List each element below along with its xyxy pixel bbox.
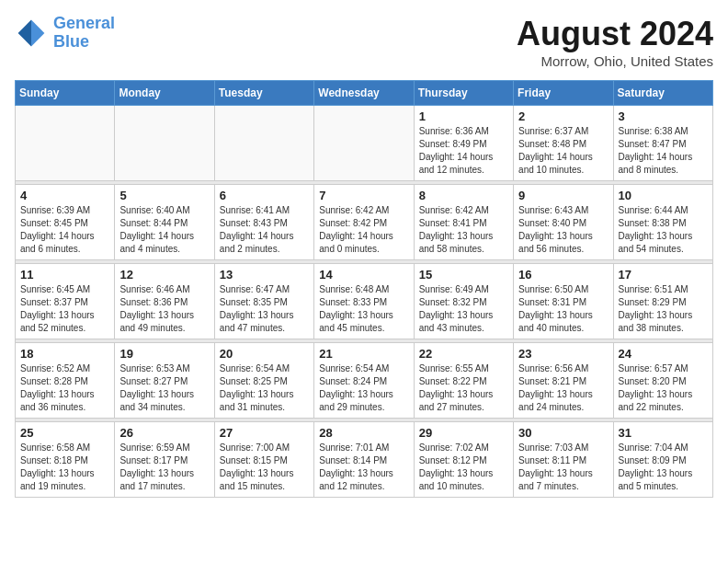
- day-number: 24: [619, 347, 708, 361]
- day-number: 10: [619, 189, 708, 202]
- day-number: 11: [20, 268, 109, 282]
- day-info: Sunrise: 6:47 AM Sunset: 8:35 PM Dayligh…: [220, 283, 309, 335]
- weekday-header: Saturday: [613, 81, 712, 106]
- calendar-cell: 16Sunrise: 6:50 AM Sunset: 8:31 PM Dayli…: [514, 264, 613, 339]
- day-number: 26: [119, 426, 209, 440]
- day-number: 20: [220, 347, 309, 361]
- day-number: 22: [419, 347, 508, 361]
- day-number: 6: [220, 189, 309, 202]
- day-info: Sunrise: 6:45 AM Sunset: 8:37 PM Dayligh…: [20, 283, 109, 335]
- day-info: Sunrise: 6:46 AM Sunset: 8:36 PM Dayligh…: [119, 283, 209, 335]
- weekday-header: Wednesday: [314, 81, 414, 106]
- calendar-cell: 22Sunrise: 6:55 AM Sunset: 8:22 PM Dayli…: [414, 343, 513, 419]
- calendar-week-row: 18Sunrise: 6:52 AM Sunset: 8:28 PM Dayli…: [16, 343, 713, 419]
- day-info: Sunrise: 6:36 AM Sunset: 8:49 PM Dayligh…: [419, 125, 508, 177]
- day-number: 2: [518, 109, 608, 123]
- day-number: 28: [319, 426, 408, 440]
- calendar-week-row: 1Sunrise: 6:36 AM Sunset: 8:49 PM Daylig…: [16, 106, 713, 181]
- day-number: 30: [518, 426, 608, 440]
- day-info: Sunrise: 6:53 AM Sunset: 8:27 PM Dayligh…: [119, 362, 209, 414]
- day-info: Sunrise: 6:37 AM Sunset: 8:48 PM Dayligh…: [518, 125, 608, 177]
- day-number: 1: [419, 109, 508, 123]
- calendar-cell: 19Sunrise: 6:53 AM Sunset: 8:27 PM Dayli…: [115, 343, 214, 419]
- day-number: 8: [419, 189, 508, 202]
- calendar-week-row: 25Sunrise: 6:58 AM Sunset: 8:18 PM Dayli…: [16, 422, 713, 498]
- day-number: 18: [20, 347, 109, 361]
- calendar-cell: 10Sunrise: 6:44 AM Sunset: 8:38 PM Dayli…: [613, 185, 712, 260]
- calendar-cell: 21Sunrise: 6:54 AM Sunset: 8:24 PM Dayli…: [314, 343, 414, 419]
- calendar-cell: 23Sunrise: 6:56 AM Sunset: 8:21 PM Dayli…: [514, 343, 613, 419]
- day-number: 16: [518, 268, 608, 282]
- day-info: Sunrise: 6:52 AM Sunset: 8:28 PM Dayligh…: [20, 362, 109, 414]
- calendar-cell: 15Sunrise: 6:49 AM Sunset: 8:32 PM Dayli…: [414, 264, 513, 339]
- calendar-cell: 20Sunrise: 6:54 AM Sunset: 8:25 PM Dayli…: [214, 343, 313, 419]
- day-info: Sunrise: 6:57 AM Sunset: 8:20 PM Dayligh…: [619, 362, 708, 414]
- calendar-cell: 25Sunrise: 6:58 AM Sunset: 8:18 PM Dayli…: [16, 422, 115, 498]
- day-info: Sunrise: 6:43 AM Sunset: 8:40 PM Dayligh…: [518, 204, 608, 256]
- calendar-cell: 26Sunrise: 6:59 AM Sunset: 8:17 PM Dayli…: [115, 422, 214, 498]
- day-info: Sunrise: 6:40 AM Sunset: 8:44 PM Dayligh…: [119, 204, 209, 256]
- day-info: Sunrise: 6:55 AM Sunset: 8:22 PM Dayligh…: [419, 362, 508, 414]
- calendar-cell: 9Sunrise: 6:43 AM Sunset: 8:40 PM Daylig…: [514, 185, 613, 260]
- calendar-cell: [314, 106, 414, 181]
- day-info: Sunrise: 6:51 AM Sunset: 8:29 PM Dayligh…: [619, 283, 708, 335]
- calendar-cell: 2Sunrise: 6:37 AM Sunset: 8:48 PM Daylig…: [514, 106, 613, 181]
- day-info: Sunrise: 6:39 AM Sunset: 8:45 PM Dayligh…: [20, 204, 109, 256]
- calendar-cell: [16, 106, 115, 181]
- weekday-header: Friday: [514, 81, 613, 106]
- calendar-cell: 11Sunrise: 6:45 AM Sunset: 8:37 PM Dayli…: [16, 264, 115, 339]
- day-number: 25: [20, 426, 109, 440]
- svg-marker-0: [31, 19, 44, 46]
- day-info: Sunrise: 6:58 AM Sunset: 8:18 PM Dayligh…: [20, 442, 109, 493]
- logo-icon: [15, 17, 48, 50]
- logo-line1: General: [53, 14, 115, 32]
- day-info: Sunrise: 7:02 AM Sunset: 8:12 PM Dayligh…: [419, 442, 508, 493]
- calendar-cell: 29Sunrise: 7:02 AM Sunset: 8:12 PM Dayli…: [414, 422, 513, 498]
- day-info: Sunrise: 6:54 AM Sunset: 8:25 PM Dayligh…: [220, 362, 309, 414]
- calendar-cell: 8Sunrise: 6:42 AM Sunset: 8:41 PM Daylig…: [414, 185, 513, 260]
- calendar-cell: 12Sunrise: 6:46 AM Sunset: 8:36 PM Dayli…: [115, 264, 214, 339]
- day-number: 19: [119, 347, 209, 361]
- day-number: 4: [20, 189, 109, 202]
- calendar-cell: 13Sunrise: 6:47 AM Sunset: 8:35 PM Dayli…: [214, 264, 313, 339]
- day-number: 31: [619, 426, 708, 440]
- calendar-cell: 1Sunrise: 6:36 AM Sunset: 8:49 PM Daylig…: [414, 106, 513, 181]
- title-block: August 2024 Morrow, Ohio, United States: [517, 15, 713, 69]
- calendar-week-row: 11Sunrise: 6:45 AM Sunset: 8:37 PM Dayli…: [16, 264, 713, 339]
- calendar-cell: 27Sunrise: 7:00 AM Sunset: 8:15 PM Dayli…: [214, 422, 313, 498]
- day-info: Sunrise: 6:44 AM Sunset: 8:38 PM Dayligh…: [619, 204, 708, 256]
- calendar-cell: 30Sunrise: 7:03 AM Sunset: 8:11 PM Dayli…: [514, 422, 613, 498]
- calendar-cell: 18Sunrise: 6:52 AM Sunset: 8:28 PM Dayli…: [16, 343, 115, 419]
- calendar-cell: 17Sunrise: 6:51 AM Sunset: 8:29 PM Dayli…: [613, 264, 712, 339]
- calendar-cell: 28Sunrise: 7:01 AM Sunset: 8:14 PM Dayli…: [314, 422, 414, 498]
- day-info: Sunrise: 6:54 AM Sunset: 8:24 PM Dayligh…: [319, 362, 408, 414]
- location: Morrow, Ohio, United States: [517, 53, 713, 69]
- calendar-cell: 7Sunrise: 6:42 AM Sunset: 8:42 PM Daylig…: [314, 185, 414, 260]
- calendar-cell: 6Sunrise: 6:41 AM Sunset: 8:43 PM Daylig…: [214, 185, 313, 260]
- day-info: Sunrise: 6:42 AM Sunset: 8:42 PM Dayligh…: [319, 204, 408, 256]
- day-info: Sunrise: 6:59 AM Sunset: 8:17 PM Dayligh…: [119, 442, 209, 493]
- calendar-cell: [115, 106, 214, 181]
- day-number: 15: [419, 268, 508, 282]
- day-number: 3: [619, 109, 708, 123]
- calendar-week-row: 4Sunrise: 6:39 AM Sunset: 8:45 PM Daylig…: [16, 185, 713, 260]
- day-info: Sunrise: 6:49 AM Sunset: 8:32 PM Dayligh…: [419, 283, 508, 335]
- day-number: 14: [319, 268, 408, 282]
- day-number: 9: [518, 189, 608, 202]
- day-number: 27: [220, 426, 309, 440]
- day-number: 29: [419, 426, 508, 440]
- day-number: 5: [119, 189, 209, 202]
- day-info: Sunrise: 6:50 AM Sunset: 8:31 PM Dayligh…: [518, 283, 608, 335]
- calendar-cell: 14Sunrise: 6:48 AM Sunset: 8:33 PM Dayli…: [314, 264, 414, 339]
- weekday-header: Tuesday: [214, 81, 313, 106]
- day-info: Sunrise: 6:38 AM Sunset: 8:47 PM Dayligh…: [619, 125, 708, 177]
- weekday-header: Thursday: [414, 81, 513, 106]
- calendar-cell: 5Sunrise: 6:40 AM Sunset: 8:44 PM Daylig…: [115, 185, 214, 260]
- calendar-cell: 4Sunrise: 6:39 AM Sunset: 8:45 PM Daylig…: [16, 185, 115, 260]
- day-info: Sunrise: 7:01 AM Sunset: 8:14 PM Dayligh…: [319, 442, 408, 493]
- svg-marker-1: [18, 19, 31, 46]
- weekday-header: Monday: [115, 81, 214, 106]
- logo: General Blue: [15, 15, 115, 52]
- day-number: 13: [220, 268, 309, 282]
- page-header: General Blue August 2024 Morrow, Ohio, U…: [15, 15, 713, 69]
